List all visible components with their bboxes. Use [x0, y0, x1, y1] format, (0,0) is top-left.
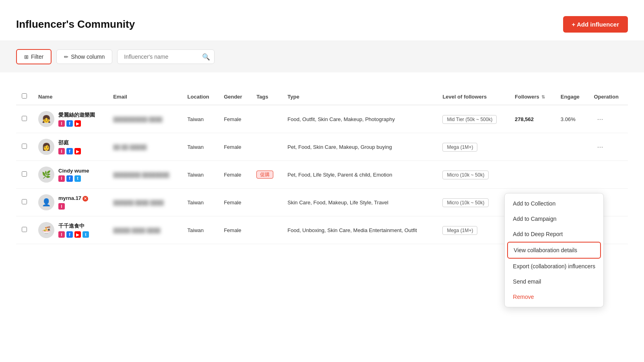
ig-icon: I	[58, 148, 65, 154]
engage-value: 3.06%	[561, 116, 576, 122]
fb-icon: f	[66, 148, 73, 154]
search-button[interactable]: 🔍	[202, 53, 210, 61]
menu-item-send-email[interactable]: Send email	[505, 274, 603, 289]
menu-item-export[interactable]: Export (collaboration) influencers	[505, 259, 603, 274]
page-title: Influencer's Community	[16, 18, 135, 31]
fb-icon: f	[66, 231, 73, 238]
col-select-all	[16, 88, 33, 105]
social-icons: If▶t	[58, 231, 89, 238]
level-field: Mega (1M+)	[437, 133, 509, 161]
col-tags: Tags	[251, 88, 282, 105]
search-input[interactable]	[122, 50, 202, 64]
menu-item-add-campaign[interactable]: Add to Campaign	[505, 211, 603, 226]
name-cell: 👤 myrna.17✕ I	[38, 194, 102, 210]
gender-field: Female	[218, 133, 251, 161]
avatar: 🌿	[38, 167, 54, 183]
more-options-button[interactable]: ···	[594, 142, 606, 152]
type-field: Pet, Food, Skin Care, Makeup, Group buyi…	[282, 133, 437, 161]
followers-field: 278,562	[509, 105, 555, 133]
col-level: Level of followers	[437, 88, 509, 105]
location-field: Taiwan	[182, 105, 219, 133]
influencer-name: Cindy wume	[58, 168, 89, 174]
add-influencer-button[interactable]: + Add influencer	[563, 16, 628, 33]
table-row: 👩 邵庭 If▶ ██ ██ █████TaiwanFemalePet, Foo…	[16, 133, 628, 161]
tag-badge: 促購	[256, 171, 273, 179]
edit-icon: ✏	[64, 54, 68, 60]
followers-field	[509, 133, 555, 161]
col-followers[interactable]: Followers ⇅	[509, 88, 555, 105]
search-icon: 🔍	[202, 53, 210, 60]
type-field: Pet, Food, Life Style, Parent & child, E…	[282, 161, 437, 189]
email-field: ██████ ████ ████	[113, 200, 164, 206]
location-field: Taiwan	[182, 216, 219, 244]
influencer-name: 愛麗絲的遊樂園	[58, 111, 95, 119]
name-info: myrna.17✕ I	[58, 195, 88, 210]
content-area: Name Email Location Gender Tags Type Lev…	[16, 80, 628, 252]
influencer-name: 千千進食中	[58, 222, 89, 230]
menu-item-add-collection[interactable]: Add to Collection	[505, 196, 603, 211]
show-column-label: Show column	[71, 53, 105, 60]
col-operation: Operation	[588, 88, 628, 105]
tier-badge: Mega (1M+)	[442, 143, 477, 152]
avatar: 👧	[38, 111, 54, 127]
level-field: Micro (10k ~ 50k)	[437, 161, 509, 189]
location-field: Taiwan	[182, 189, 219, 216]
followers-value: 278,562	[515, 116, 534, 122]
gender-field: Female	[218, 216, 251, 244]
name-info: 邵庭 If▶	[58, 139, 81, 154]
tw-icon: t	[83, 231, 89, 238]
verified-badge: ✕	[83, 196, 88, 202]
filter-button[interactable]: ⊞ Filter	[16, 49, 52, 64]
social-icons: If▶	[58, 148, 81, 154]
context-menu: Add to Collection Add to Campaign Add to…	[504, 193, 604, 307]
fb-icon: f	[66, 120, 73, 127]
row-checkbox[interactable]	[22, 171, 27, 177]
name-cell: 🌿 Cindy wume Ift	[38, 167, 102, 183]
row-checkbox[interactable]	[22, 227, 27, 232]
col-type: Type	[282, 88, 437, 105]
show-column-button[interactable]: ✏ Show column	[56, 49, 112, 64]
menu-item-add-deep-report[interactable]: Add to Deep Report	[505, 226, 603, 242]
location-field: Taiwan	[182, 133, 219, 161]
type-field: Food, Unboxing, Skin Care, Media Enterta…	[282, 216, 437, 244]
row-checkbox[interactable]	[22, 144, 27, 149]
social-icons: Ift	[58, 175, 89, 182]
col-location: Location	[182, 88, 219, 105]
name-cell: 👧 愛麗絲的遊樂園 If▶	[38, 111, 102, 127]
fb-icon: f	[66, 175, 73, 182]
tags-field: 促購	[251, 161, 282, 189]
more-options-button[interactable]: ···	[594, 114, 606, 124]
ig-icon: I	[58, 231, 65, 238]
col-name: Name	[33, 88, 107, 105]
level-field: Mega (1M+)	[437, 216, 509, 244]
col-gender: Gender	[218, 88, 251, 105]
row-checkbox[interactable]	[22, 199, 27, 204]
yt-icon: ▶	[74, 120, 81, 127]
email-field: ██████████ ████	[113, 117, 162, 122]
engage-field	[555, 161, 588, 189]
tags-field	[251, 189, 282, 216]
name-cell: 🍜 千千進食中 If▶t	[38, 222, 102, 238]
row-checkbox[interactable]	[22, 116, 27, 121]
menu-item-remove[interactable]: Remove	[505, 289, 603, 304]
tags-field	[251, 105, 282, 133]
table-outer: Name Email Location Gender Tags Type Lev…	[16, 88, 628, 244]
gender-field: Female	[218, 105, 251, 133]
influencer-name: myrna.17✕	[58, 195, 88, 202]
ig-icon: I	[58, 203, 65, 210]
table-row: 🌿 Cindy wume Ift ████████ ████████Taiwan…	[16, 161, 628, 189]
avatar: 👩	[38, 139, 54, 155]
avatar: 🍜	[38, 222, 54, 238]
name-info: 千千進食中 If▶t	[58, 222, 89, 238]
filter-label: Filter	[31, 53, 43, 60]
operation-field	[588, 161, 628, 189]
table-header-row: Name Email Location Gender Tags Type Lev…	[16, 88, 628, 105]
type-field: Food, Outfit, Skin Care, Makeup, Photogr…	[282, 105, 437, 133]
social-icons: I	[58, 203, 88, 210]
social-icons: If▶	[58, 120, 95, 127]
menu-item-view-collaboration[interactable]: View collaboration details	[507, 242, 601, 259]
filter-icon: ⊞	[24, 54, 29, 60]
select-all-checkbox[interactable]	[22, 93, 27, 99]
location-field: Taiwan	[182, 161, 219, 189]
tags-field	[251, 216, 282, 244]
